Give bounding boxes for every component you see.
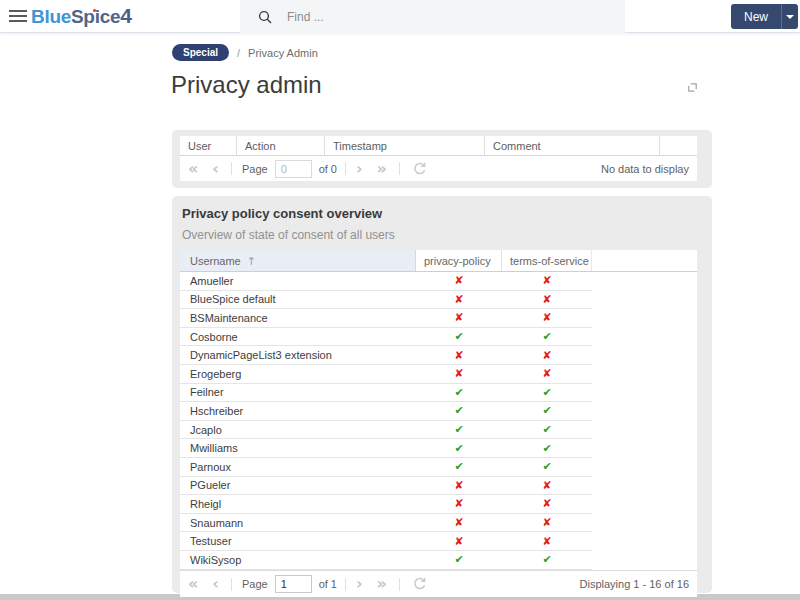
next-page-button[interactable]: › bbox=[356, 576, 363, 592]
terms-of-service-status-icon: ✔ bbox=[502, 442, 592, 455]
consent-username-cell: Cosborne bbox=[180, 331, 416, 343]
consent-username-cell: Hschreiber bbox=[180, 405, 416, 417]
consent-table-row[interactable]: Erogeberg ✘ ✘ bbox=[180, 365, 592, 384]
log-column-comment[interactable]: Comment bbox=[485, 136, 660, 155]
page-number-input[interactable] bbox=[275, 160, 312, 178]
page-number-input[interactable] bbox=[275, 575, 312, 593]
consent-table-row[interactable]: Rheigl ✘ ✘ bbox=[180, 495, 592, 514]
consent-log-panel: User Action Timestamp Comment « ‹ Page o… bbox=[172, 130, 712, 188]
consent-table-row[interactable]: BlueSpice default ✘ ✘ bbox=[180, 291, 592, 310]
privacy-policy-status-icon: ✔ bbox=[416, 404, 502, 417]
breadcrumb-current-page: Privacy Admin bbox=[248, 47, 318, 59]
log-column-user[interactable]: User bbox=[180, 136, 237, 155]
page-count-label: of 1 bbox=[319, 578, 337, 590]
consent-column-terms-of-service[interactable]: terms-of-service bbox=[502, 250, 592, 271]
sort-ascending-icon: ↑ bbox=[247, 255, 256, 268]
first-page-button[interactable]: « bbox=[188, 161, 198, 177]
consent-username-cell: Mwilliams bbox=[180, 442, 416, 454]
consent-username-cell: Feilner bbox=[180, 386, 416, 398]
consent-table-body: Amueller ✘ ✘ BlueSpice default ✘ ✘ BSMai… bbox=[180, 272, 697, 570]
terms-of-service-status-icon: ✔ bbox=[502, 386, 592, 399]
consent-status-text: Displaying 1 - 16 of 16 bbox=[580, 578, 691, 590]
privacy-policy-status-icon: ✘ bbox=[416, 479, 502, 492]
consent-column-privacy-policy[interactable]: privacy-policy bbox=[416, 250, 502, 271]
consent-column-username[interactable]: Username↑ bbox=[180, 250, 416, 271]
first-page-button[interactable]: « bbox=[188, 576, 198, 592]
breadcrumb-separator: / bbox=[237, 47, 240, 59]
pagination-divider bbox=[399, 578, 400, 591]
pagination-divider bbox=[345, 162, 346, 175]
terms-of-service-status-icon: ✔ bbox=[502, 553, 592, 566]
consent-table-row[interactable]: Snaumann ✘ ✘ bbox=[180, 514, 592, 533]
consent-table-row[interactable]: Parnoux ✔ ✔ bbox=[180, 458, 592, 477]
terms-of-service-status-icon: ✔ bbox=[502, 404, 592, 417]
log-pagination-bar: « ‹ Page of 0 › » No data to display bbox=[180, 156, 697, 181]
privacy-policy-status-icon: ✘ bbox=[416, 497, 502, 510]
page-label: Page bbox=[242, 578, 268, 590]
content-sheet: BlueSpice4 New Special / Privacy Admin P… bbox=[0, 0, 800, 594]
privacy-policy-status-icon: ✘ bbox=[416, 349, 502, 362]
search-icon[interactable] bbox=[258, 10, 272, 24]
consent-table-row[interactable]: PGueler ✘ ✘ bbox=[180, 477, 592, 496]
privacy-policy-status-icon: ✔ bbox=[416, 553, 502, 566]
consent-username-cell: BSMaintenance bbox=[180, 312, 416, 324]
expand-icon[interactable] bbox=[686, 80, 699, 98]
next-page-button[interactable]: › bbox=[356, 161, 363, 177]
page-label: Page bbox=[242, 163, 268, 175]
consent-username-cell: Rheigl bbox=[180, 498, 416, 510]
privacy-policy-status-icon: ✔ bbox=[416, 423, 502, 436]
breadcrumb-namespace-badge[interactable]: Special bbox=[172, 44, 229, 61]
privacy-policy-status-icon: ✘ bbox=[416, 293, 502, 306]
refresh-icon[interactable] bbox=[412, 576, 428, 592]
log-column-timestamp[interactable]: Timestamp bbox=[325, 136, 485, 155]
page-count-label: of 0 bbox=[319, 163, 337, 175]
search-input[interactable] bbox=[287, 10, 587, 24]
privacy-policy-status-icon: ✘ bbox=[416, 535, 502, 548]
terms-of-service-status-icon: ✘ bbox=[502, 516, 592, 529]
pagination-divider bbox=[399, 162, 400, 175]
consent-username-cell: BlueSpice default bbox=[180, 293, 416, 305]
terms-of-service-status-icon: ✘ bbox=[502, 293, 592, 306]
consent-table-row[interactable]: DynamicPageList3 extension ✘ ✘ bbox=[180, 346, 592, 365]
prev-page-button[interactable]: ‹ bbox=[212, 161, 219, 177]
new-button-group: New bbox=[731, 4, 798, 29]
consent-table-row[interactable]: Cosborne ✔ ✔ bbox=[180, 328, 592, 347]
consent-table-row[interactable]: Feilner ✔ ✔ bbox=[180, 384, 592, 403]
terms-of-service-status-icon: ✘ bbox=[502, 535, 592, 548]
panel-subtitle: Overview of state of consent of all user… bbox=[182, 228, 712, 242]
prev-page-button[interactable]: ‹ bbox=[212, 576, 219, 592]
consent-pagination-bar: « ‹ Page of 1 › » Displaying 1 - 16 of 1… bbox=[180, 570, 697, 597]
log-column-action[interactable]: Action bbox=[237, 136, 325, 155]
terms-of-service-status-icon: ✔ bbox=[502, 460, 592, 473]
consent-table-row[interactable]: Jcaplo ✔ ✔ bbox=[180, 421, 592, 440]
consent-table-row[interactable]: Mwilliams ✔ ✔ bbox=[180, 439, 592, 458]
privacy-policy-status-icon: ✘ bbox=[416, 367, 502, 380]
breadcrumb: Special / Privacy Admin bbox=[172, 44, 318, 61]
consent-table-row[interactable]: Hschreiber ✔ ✔ bbox=[180, 402, 592, 421]
refresh-icon[interactable] bbox=[412, 161, 428, 177]
terms-of-service-status-icon: ✘ bbox=[502, 479, 592, 492]
main-menu-icon[interactable] bbox=[9, 10, 27, 23]
new-button[interactable]: New bbox=[731, 4, 781, 29]
consent-username-cell: Parnoux bbox=[180, 461, 416, 473]
chevron-down-icon bbox=[786, 15, 794, 19]
pagination-divider bbox=[345, 578, 346, 591]
consent-table-row[interactable]: WikiSysop ✔ ✔ bbox=[180, 551, 592, 570]
consent-table-row[interactable]: BSMaintenance ✘ ✘ bbox=[180, 309, 592, 328]
top-bar: BlueSpice4 New bbox=[0, 0, 800, 33]
terms-of-service-status-icon: ✔ bbox=[502, 423, 592, 436]
terms-of-service-status-icon: ✘ bbox=[502, 349, 592, 362]
last-page-button[interactable]: » bbox=[377, 161, 387, 177]
bluespice-logo[interactable]: BlueSpice4 bbox=[31, 4, 132, 28]
consent-column-filler bbox=[592, 250, 697, 271]
consent-table-row[interactable]: Testuser ✘ ✘ bbox=[180, 532, 592, 551]
log-column-filler bbox=[660, 136, 697, 155]
last-page-button[interactable]: » bbox=[377, 576, 387, 592]
terms-of-service-status-icon: ✘ bbox=[502, 311, 592, 324]
logo-part-4: 4 bbox=[120, 4, 131, 27]
consent-table-row[interactable]: Amueller ✘ ✘ bbox=[180, 272, 592, 291]
panel-title: Privacy policy consent overview bbox=[182, 206, 712, 221]
new-dropdown-button[interactable] bbox=[781, 4, 798, 29]
privacy-policy-status-icon: ✔ bbox=[416, 442, 502, 455]
log-table-header: User Action Timestamp Comment bbox=[180, 136, 697, 156]
